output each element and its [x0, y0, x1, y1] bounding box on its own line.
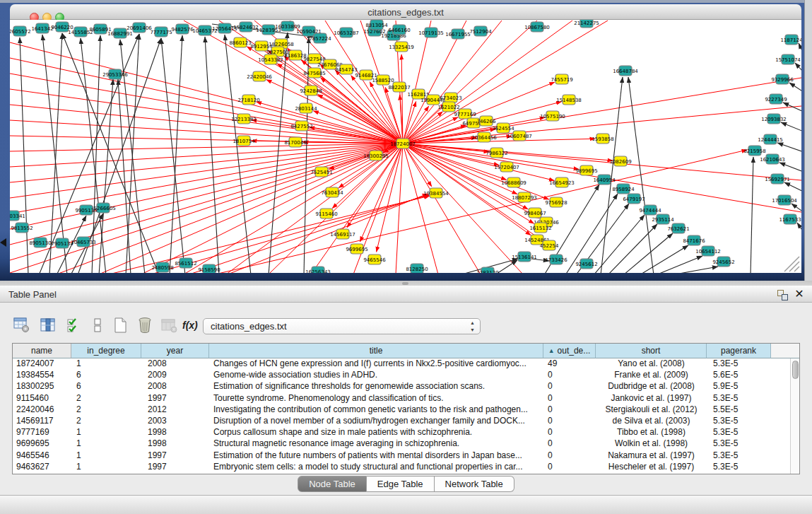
row-height-icon[interactable]	[89, 317, 109, 335]
function-builder-icon[interactable]: f(x)	[182, 320, 202, 338]
table-row[interactable]: 1830029562008Estimation of significance …	[13, 381, 790, 392]
graph-edge-red[interactable]	[212, 150, 747, 273]
tab-edge-table[interactable]: Edge Table	[367, 476, 435, 492]
panel-splitter[interactable]	[0, 281, 812, 286]
table-selector-dropdown[interactable]: citations_edges.txt ▲▼	[203, 318, 481, 334]
graph-edge-red[interactable]	[187, 194, 428, 273]
table-cell[interactable]: 2	[71, 416, 141, 427]
table-cell[interactable]: 5.3E-5	[707, 393, 771, 404]
table-cell[interactable]: 6	[71, 381, 141, 392]
table-cell[interactable]: Jankovic et al. (1997)	[596, 393, 707, 404]
table-cell[interactable]: 2003	[141, 416, 209, 427]
table-cell[interactable]: 0	[543, 370, 596, 381]
graph-edge-red[interactable]	[10, 144, 403, 198]
table-cell[interactable]: Nakamura et al. (1997)	[596, 450, 707, 462]
column-header-name[interactable]: name	[13, 344, 71, 358]
table-cell[interactable]: 9463627	[13, 462, 71, 473]
table-cell[interactable]: Estimation of the future numbers of pati…	[209, 450, 543, 462]
table-cell[interactable]: 1997	[141, 462, 209, 473]
network-canvas[interactable]: 1872400718300295886012389129541822605898…	[10, 20, 801, 273]
table-cell[interactable]: 1	[71, 427, 141, 438]
table-cell[interactable]: 5.9E-5	[707, 381, 771, 392]
graph-edge-red[interactable]	[10, 144, 403, 167]
graph-edge-black[interactable]	[20, 37, 28, 273]
graph-edge-red[interactable]	[403, 21, 431, 144]
column-header-out_de[interactable]: ▲out_de...	[543, 344, 596, 358]
table-cell[interactable]: 5.3E-5	[707, 438, 771, 450]
table-cell[interactable]: 9777169	[13, 427, 71, 438]
select-columns-icon[interactable]	[65, 317, 85, 335]
table-cell[interactable]: 2	[71, 404, 141, 416]
table-row[interactable]: 977716911998Corpus callosum shape and si…	[13, 427, 790, 438]
table-cell[interactable]: 1997	[141, 393, 209, 404]
graph-edge-red[interactable]	[403, 144, 481, 273]
table-cell[interactable]: Embryonic stem cells: a model to study s…	[209, 462, 543, 473]
table-cell[interactable]: Genome-wide association studies in ADHD.	[209, 370, 543, 381]
table-cell[interactable]: 1998	[141, 438, 209, 450]
graph-edge-red[interactable]	[10, 120, 403, 144]
table-row[interactable]: 1872400712008Changes of HCN gene express…	[13, 358, 790, 370]
table-cell[interactable]: 19384554	[13, 370, 71, 381]
graph-edge-black[interactable]	[608, 224, 657, 273]
table-cell[interactable]: 0	[543, 404, 596, 416]
table-cell[interactable]: 1998	[141, 427, 209, 438]
table-cell[interactable]: 1997	[141, 450, 209, 462]
table-cell[interactable]: Disruption of a novel member of a sodium…	[209, 416, 543, 427]
graph-edge-black[interactable]	[161, 38, 185, 273]
graph-edge-black[interactable]	[779, 163, 801, 172]
table-cell[interactable]: 5.3E-5	[707, 416, 771, 427]
table-cell[interactable]: 1	[71, 450, 141, 462]
table-cell[interactable]: 22420046	[13, 404, 71, 416]
table-cell[interactable]: 5.3E-5	[707, 358, 771, 370]
table-cell[interactable]: 2008	[141, 358, 209, 370]
graph-edge-black[interactable]	[795, 63, 801, 72]
table-cell[interactable]: 9699695	[13, 438, 71, 450]
table-cell[interactable]: 49	[543, 358, 596, 370]
graph-edge-black[interactable]	[784, 182, 801, 192]
graph-edge-black[interactable]	[623, 233, 673, 273]
table-cell[interactable]: Hescheler et al. (1997)	[596, 462, 707, 473]
graph-edge-black[interactable]	[628, 77, 654, 273]
table-cell[interactable]: 5.3E-5	[707, 462, 771, 473]
float-panel-icon[interactable]	[777, 290, 789, 300]
table-row[interactable]: 2242004622012Investigating the contribut…	[13, 404, 790, 416]
table-cell[interactable]: Franke et al. (2009)	[596, 370, 707, 381]
table-cell[interactable]: 2012	[141, 404, 209, 416]
table-cell[interactable]: Wolkin et al. (1998)	[596, 438, 707, 450]
graph-edge-black[interactable]	[799, 43, 801, 54]
graph-edge-red[interactable]	[10, 144, 403, 151]
graph-edge-red[interactable]	[252, 120, 403, 144]
graph-edge-black[interactable]	[640, 245, 688, 273]
table-scrollbar[interactable]	[790, 358, 799, 474]
table-cell[interactable]: 0	[543, 393, 596, 404]
close-panel-icon[interactable]: ✕	[794, 288, 804, 300]
graph-edge-black[interactable]	[126, 34, 139, 273]
table-cell[interactable]: 2008	[141, 381, 209, 392]
column-header-year[interactable]: year	[141, 344, 209, 358]
table-cell[interactable]: 9115460	[13, 393, 71, 404]
graph-edge-black[interactable]	[751, 157, 753, 273]
table-cell[interactable]: Investigating the contribution of common…	[209, 404, 543, 416]
column-header-in_degree[interactable]: in_degree	[71, 344, 141, 358]
tab-network-table[interactable]: Network Table	[435, 476, 514, 492]
graph-edge-black[interactable]	[118, 79, 131, 273]
table-cell[interactable]: 0	[543, 450, 596, 462]
table-cell[interactable]: 5.6E-5	[707, 370, 771, 381]
table-cell[interactable]: Tibbo et al. (1998)	[596, 427, 707, 438]
table-cell[interactable]: Estimation of significance thresholds fo…	[209, 381, 543, 392]
table-cell[interactable]: 5.5E-5	[707, 404, 771, 416]
column-header-title[interactable]: title	[209, 344, 543, 358]
table-cell[interactable]: Tourette syndrome. Phenomenology and cla…	[209, 393, 543, 404]
table-mode-icon[interactable]	[13, 317, 33, 335]
new-column-icon[interactable]	[112, 317, 131, 335]
table-cell[interactable]: Yano et al. (2008)	[596, 358, 707, 370]
table-cell[interactable]: 9465546	[13, 450, 71, 462]
graph-edge-black[interactable]	[49, 33, 62, 273]
delete-table-icon[interactable]	[160, 317, 180, 335]
table-row[interactable]: 1456911722003Disruption of a novel membe…	[13, 416, 790, 427]
table-cell[interactable]: 0	[543, 462, 596, 473]
graph-edge-black[interactable]	[777, 143, 801, 152]
table-cell[interactable]: Stergiakouli et al. (2012)	[596, 404, 707, 416]
table-cell[interactable]: 5.3E-5	[707, 427, 771, 438]
graph-edge-black[interactable]	[781, 122, 801, 132]
